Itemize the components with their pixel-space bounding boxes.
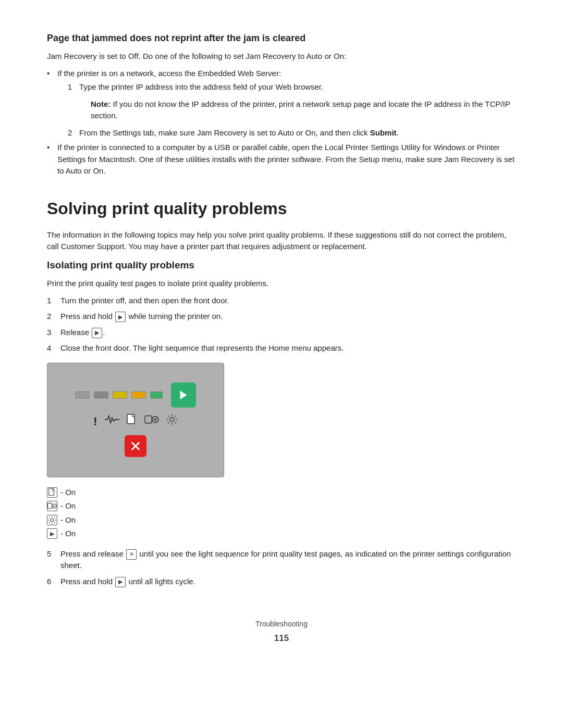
- svg-line-13: [175, 415, 176, 416]
- legend-list: - On - On: [47, 487, 516, 540]
- toner-svg: [144, 414, 159, 425]
- svg-line-14: [168, 422, 169, 423]
- play-icon-step6: ▶: [115, 577, 126, 587]
- legend-toner-svg: [47, 502, 57, 510]
- light-1: [75, 391, 90, 399]
- svg-rect-18: [47, 503, 52, 509]
- step-6-text: Press and hold ▶ until all lights cycle.: [60, 577, 195, 586]
- svg-marker-0: [180, 391, 187, 400]
- footer: Troubleshooting 115: [47, 619, 516, 645]
- section-jam: Page that jammed does not reprint after …: [47, 31, 516, 177]
- step-n2: 2 From the Settings tab, make sure Jam R…: [68, 127, 516, 139]
- network-steps: 1 Type the printer IP address into the a…: [68, 81, 516, 139]
- section-isolate: Isolating print quality problems Print t…: [47, 258, 516, 588]
- step-num-2: 2: [68, 127, 72, 139]
- jam-intro: Jam Recovery is set to Off. Do one of th…: [47, 51, 516, 63]
- step-3-text: Release ▶.: [60, 328, 105, 337]
- note-text: If you do not know the IP address of the…: [91, 100, 510, 120]
- step-2: 2 Press and hold ▶ while turning the pri…: [47, 311, 516, 323]
- step-5-text: Press and release ✕ until you see the li…: [60, 549, 511, 570]
- step-2-text: Press and hold ▶ while turning the print…: [60, 312, 223, 320]
- cancel-button-panel: [125, 435, 146, 457]
- svg-line-12: [175, 422, 176, 423]
- play-icon-step2: ▶: [115, 312, 126, 322]
- legend-sun-svg: [48, 516, 56, 524]
- isolate-heading: Isolating print quality problems: [47, 258, 516, 273]
- step-6: 6 Press and hold ▶ until all lights cycl…: [47, 576, 516, 588]
- bullet-usb: If the printer is connected to a compute…: [47, 142, 516, 177]
- sun-icon-panel: [166, 414, 178, 429]
- step-4: 4 Close the front door. The light sequen…: [47, 342, 516, 354]
- legend-page-icon: [47, 487, 57, 498]
- legend-sun: - On: [47, 514, 516, 526]
- step-5-num: 5: [47, 548, 51, 560]
- step-n1-text: Type the printer IP address into the add…: [79, 82, 323, 91]
- legend-page-text: - On: [60, 487, 76, 499]
- svg-rect-1: [127, 414, 134, 424]
- page-icon-panel: [127, 414, 137, 429]
- legend-page-svg: [48, 488, 56, 497]
- svg-point-6: [170, 417, 174, 422]
- svg-line-30: [49, 522, 50, 523]
- legend-toner-text: - On: [60, 500, 76, 512]
- play-icon-step3: ▶: [92, 328, 102, 338]
- section-quality: Solving print quality problems The infor…: [47, 196, 516, 253]
- light-3: [113, 391, 127, 399]
- x-icon-panel: [130, 440, 141, 452]
- exclamation-icon: !: [93, 413, 97, 430]
- legend-toner-icon: [47, 501, 57, 511]
- pulse-svg: [105, 414, 119, 425]
- x-icon-step5: ✕: [126, 549, 137, 560]
- isolate-intro: Print the print quality test pages to is…: [47, 278, 516, 290]
- step-3: 3 Release ▶.: [47, 327, 516, 339]
- icons-row: !: [93, 413, 177, 430]
- isolate-steps-cont: 5 Press and release ✕ until you see the …: [47, 548, 516, 588]
- step-1-text: Turn the printer off, and then open the …: [60, 296, 229, 305]
- footer-page-num: 115: [47, 632, 516, 645]
- light-5: [150, 391, 163, 399]
- svg-line-27: [49, 517, 50, 518]
- pulse-icon: [105, 414, 119, 429]
- svg-rect-17: [49, 488, 54, 495]
- printer-panel: !: [47, 363, 224, 477]
- step-4-num: 4: [47, 342, 51, 354]
- quality-intro: The information in the following topics …: [47, 229, 516, 253]
- sun-svg: [166, 414, 178, 425]
- step-1: 1 Turn the printer off, and then open th…: [47, 295, 516, 307]
- jam-heading: Page that jammed does not reprint after …: [47, 31, 516, 45]
- step-n2-text: From the Settings tab, make sure Jam Rec…: [79, 128, 399, 137]
- note-label: Note:: [91, 100, 111, 108]
- step-6-num: 6: [47, 576, 51, 588]
- footer-section-label: Troubleshooting: [255, 620, 308, 628]
- play-button-panel: [171, 382, 196, 408]
- legend-page: - On: [47, 487, 516, 499]
- lights-row: [75, 382, 196, 408]
- isolate-steps: 1 Turn the printer off, and then open th…: [47, 295, 516, 354]
- bullet-network: If the printer is on a network, access t…: [47, 68, 516, 139]
- step-3-num: 3: [47, 327, 51, 339]
- legend-play: ▶ - On: [47, 528, 516, 540]
- bullet-network-text: If the printer is on a network, access t…: [57, 69, 281, 78]
- legend-sun-icon: [47, 515, 57, 525]
- legend-sun-text: - On: [60, 514, 76, 526]
- svg-line-28: [54, 522, 55, 523]
- note-box: Note: If you do not know the IP address …: [91, 98, 516, 122]
- svg-line-11: [168, 415, 169, 416]
- play-icon-panel: [178, 389, 189, 401]
- step-1-num: 1: [47, 295, 51, 307]
- legend-toner: - On: [47, 500, 516, 512]
- step-2-num: 2: [47, 311, 51, 323]
- svg-rect-2: [145, 416, 152, 423]
- svg-line-29: [54, 517, 55, 518]
- step-num-1: 1: [68, 81, 72, 93]
- quality-heading: Solving print quality problems: [47, 196, 516, 221]
- light-2: [94, 391, 108, 399]
- toner-icon-panel: [144, 414, 159, 429]
- jam-bullets: If the printer is on a network, access t…: [47, 68, 516, 177]
- step-n1: 1 Type the printer IP address into the a…: [68, 81, 516, 93]
- svg-point-22: [51, 519, 54, 522]
- legend-play-text: - On: [60, 528, 76, 540]
- step-5: 5 Press and release ✕ until you see the …: [47, 548, 516, 572]
- bullet-usb-text: If the printer is connected to a compute…: [57, 143, 515, 175]
- legend-play-icon: ▶: [47, 528, 57, 539]
